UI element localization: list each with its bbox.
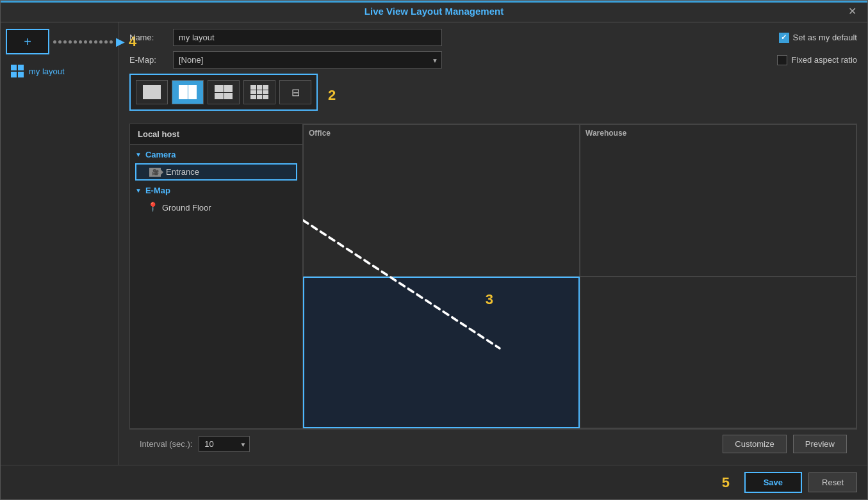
emap-groundfloor-item[interactable]: 📍 Ground Floor	[135, 199, 297, 216]
layout-selector: ⊟	[129, 74, 318, 111]
emap-row: E-Map: [None] ▼ Fixed aspect ratio	[129, 51, 857, 69]
fixed-aspect-checkbox[interactable]	[777, 55, 787, 65]
set-default-checkbox-area[interactable]: Set as my default	[779, 33, 857, 43]
grid-icon-3x3	[250, 85, 268, 99]
camera-tree-section: ▼ Camera 🎥 Entrance	[135, 150, 297, 181]
bottom-bar: Interval (sec.): 10 ▼ Customize Preview	[129, 429, 857, 458]
dot	[74, 40, 77, 44]
preview-button[interactable]: Preview	[793, 435, 847, 453]
dots-connector: ▶	[53, 35, 125, 49]
fixed-aspect-checkbox-area[interactable]: Fixed aspect ratio	[777, 55, 857, 65]
dot	[94, 40, 97, 44]
camera-tree-header[interactable]: ▼ Camera	[135, 150, 297, 159]
main-area: Name: Set as my default E-Map: [None] ▼	[119, 22, 867, 465]
grid-icon-2x2	[215, 85, 233, 99]
dot	[79, 40, 82, 44]
customize-button[interactable]: Customize	[723, 435, 786, 453]
emap-tree-section: ▼ E-Map 📍 Ground Floor	[135, 186, 297, 216]
emap-select[interactable]: [None]	[173, 51, 442, 69]
set-default-label: Set as my default	[793, 33, 857, 42]
camera-small-icon: 🎥	[149, 168, 161, 177]
footer: 5 Save Reset	[1, 465, 867, 499]
sidebar: + ▶ 4	[1, 22, 119, 465]
fixed-aspect-label: Fixed aspect ratio	[791, 55, 857, 65]
interval-label: Interval (sec.):	[140, 439, 192, 449]
layout-grid: Office Warehouse	[303, 124, 856, 428]
interval-select[interactable]: 10	[199, 436, 250, 452]
workspace-area: Local host ▼ Camera 🎥 Entrance	[129, 124, 857, 429]
grid-cell-office[interactable]: Office	[303, 124, 580, 277]
emap-collapse-arrow: ▼	[135, 187, 142, 194]
title-bar: Live View Layout Management ✕	[1, 1, 867, 22]
source-panel-title: Local host	[130, 124, 302, 145]
layout-list-item[interactable]: my layout	[6, 61, 113, 81]
layout-grid-icon	[11, 65, 24, 77]
reset-button[interactable]: Reset	[808, 472, 857, 492]
source-panel: Local host ▼ Camera 🎥 Entrance	[130, 124, 303, 428]
dot	[69, 40, 72, 44]
sidebar-add-area: + ▶ 4	[6, 29, 113, 54]
dot	[53, 40, 56, 44]
name-input[interactable]	[173, 29, 442, 46]
layout-btn-cam[interactable]: ⊟	[279, 80, 311, 104]
grid-icon-2x1	[179, 85, 197, 99]
dot	[89, 40, 92, 44]
dot	[84, 40, 87, 44]
fixed-aspect-area: Fixed aspect ratio	[777, 55, 857, 65]
add-layout-button[interactable]: +	[6, 29, 49, 54]
grid-icon-1x1	[143, 85, 161, 99]
layout-btn-2x2[interactable]	[208, 80, 240, 104]
camera-entrance-item[interactable]: 🎥 Entrance	[135, 163, 297, 181]
workspace-wrapper: Local host ▼ Camera 🎥 Entrance	[129, 124, 857, 429]
step3-label: 3	[486, 291, 493, 308]
layout-btn-2x1[interactable]	[172, 80, 204, 104]
grid-cell-warehouse[interactable]: Warehouse	[580, 124, 856, 277]
layout-btn-1x1[interactable]	[136, 80, 168, 104]
layout-btn-3x3[interactable]	[243, 80, 275, 104]
camera-collapse-arrow: ▼	[135, 151, 142, 158]
warehouse-label: Warehouse	[585, 129, 626, 138]
camera-sequence-icon: ⊟	[291, 86, 300, 99]
dialog: Live View Layout Management ✕ +	[0, 0, 868, 500]
office-label: Office	[309, 129, 331, 138]
form-right: Set as my default	[779, 33, 857, 43]
grid-cell-bottom-left[interactable]	[303, 277, 580, 429]
emap-groundfloor-label: Ground Floor	[162, 203, 211, 213]
emap-select-wrapper: [None] ▼	[173, 51, 442, 69]
title-bar-accent	[1, 1, 867, 3]
dot	[99, 40, 102, 44]
camera-header-label: Camera	[145, 150, 176, 159]
close-button[interactable]: ✕	[844, 4, 860, 19]
name-row: Name: Set as my default	[129, 29, 857, 46]
emap-tree-header[interactable]: ▼ E-Map	[135, 186, 297, 195]
step5-label: 5	[722, 474, 730, 491]
set-default-checkbox[interactable]	[779, 33, 789, 43]
dialog-title: Live View Layout Management	[364, 6, 504, 17]
dot	[58, 40, 61, 44]
dot	[110, 40, 113, 44]
grid-cell-bottom-right[interactable]	[580, 277, 856, 429]
name-label: Name:	[129, 33, 168, 42]
map-pin-icon: 📍	[148, 202, 157, 213]
interval-select-wrapper: 10 ▼	[199, 436, 250, 452]
layout-item-label: my layout	[29, 67, 65, 76]
content-area: + ▶ 4	[1, 22, 867, 465]
emap-header-label: E-Map	[145, 186, 170, 195]
step2-label: 2	[328, 87, 336, 104]
dot	[104, 40, 108, 44]
emap-label: E-Map:	[129, 55, 168, 65]
source-panel-content: ▼ Camera 🎥 Entrance	[130, 145, 302, 428]
dot	[63, 40, 67, 44]
save-button[interactable]: Save	[744, 472, 802, 493]
camera-entrance-label: Entrance	[166, 167, 199, 177]
